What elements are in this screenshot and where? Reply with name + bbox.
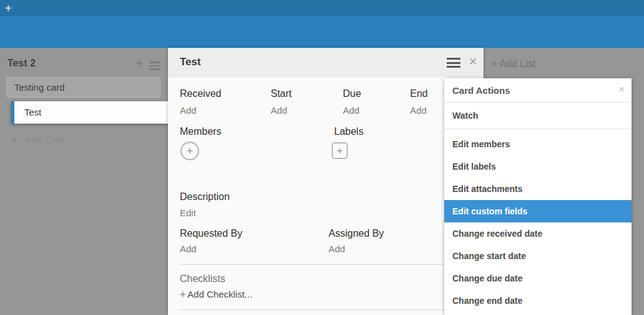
start-field: Start Add	[271, 88, 292, 116]
menu-item-change-end-date[interactable]: Change end date	[444, 290, 632, 312]
end-field: End Add	[410, 88, 427, 116]
due-field: Due Add	[343, 88, 361, 116]
list-menu-icon[interactable]	[149, 62, 160, 72]
menu-item-change-start-date[interactable]: Change start date	[444, 245, 632, 267]
card-modal-title: Test	[180, 56, 201, 68]
board-header-bar	[0, 16, 644, 48]
card-testing-card[interactable]: Testing card	[6, 77, 161, 98]
plus-icon: +	[491, 58, 497, 70]
plus-icon: +	[337, 145, 343, 157]
add-checklist-label: Add Checklist...	[187, 289, 252, 299]
end-label: End	[410, 88, 427, 99]
menu-item-change-due-date[interactable]: Change due date	[444, 267, 632, 290]
requested-by-add-link[interactable]: Add	[180, 244, 197, 254]
menu-item-group: Edit members Edit labels Edit attachment…	[444, 129, 632, 312]
received-label: Received	[180, 88, 222, 99]
card-detail-modal: Test ✕ Received Add Start Add Due Add En…	[168, 48, 483, 315]
end-add-link[interactable]: Add	[410, 105, 427, 116]
assigned-by-add-link[interactable]: Add	[329, 244, 345, 254]
list-title: Test 2	[7, 58, 35, 69]
divider	[180, 309, 478, 310]
add-list-button[interactable]: +Add List	[491, 58, 536, 70]
plus-icon: +	[180, 289, 185, 299]
plus-icon: +	[11, 134, 17, 145]
add-checklist-button[interactable]: +Add Checklist...	[180, 289, 253, 300]
menu-title: Card Actions	[452, 85, 510, 96]
start-label: Start	[271, 88, 292, 99]
start-add-link[interactable]: Add	[271, 105, 292, 116]
received-add-link[interactable]: Add	[180, 105, 222, 116]
close-icon[interactable]: ✕	[469, 55, 477, 68]
card-actions-menu: Card Actions ✕ Watch Edit members Edit l…	[444, 78, 632, 315]
plus-icon: +	[187, 145, 194, 158]
labels-label: Labels	[334, 126, 363, 137]
due-add-link[interactable]: Add	[343, 105, 361, 116]
members-label: Members	[180, 126, 222, 137]
card-test[interactable]: Test	[11, 101, 168, 124]
card-title: Test	[24, 107, 42, 117]
add-card-label: Add Card	[26, 134, 65, 145]
menu-header: Card Actions ✕	[444, 78, 632, 103]
add-card-button[interactable]: +Add Card	[11, 134, 65, 146]
add-list-label: Add List	[500, 58, 536, 69]
add-icon[interactable]: +	[5, 1, 12, 16]
assigned-by-label: Assigned By	[329, 228, 384, 239]
modal-body: Received Add Start Add Due Add End Add M…	[168, 77, 483, 315]
requested-by-label: Requested By	[180, 228, 243, 239]
app-screen: + Test 2 + Testing card Test +Add Card +…	[0, 0, 644, 315]
menu-item-edit-custom-fields[interactable]: Edit custom fields	[444, 200, 632, 222]
add-member-button[interactable]: +	[180, 142, 199, 160]
checklists-label: Checklists	[180, 273, 225, 285]
menu-item-edit-members[interactable]: Edit members	[444, 133, 632, 155]
modal-header: Test ✕	[168, 48, 483, 77]
due-label: Due	[343, 88, 361, 99]
card-title: Testing card	[14, 82, 65, 93]
divider	[180, 264, 478, 265]
top-navbar: +	[0, 0, 644, 16]
list-add-icon[interactable]: +	[136, 57, 142, 70]
menu-item-edit-attachments[interactable]: Edit attachments	[444, 178, 632, 200]
close-icon[interactable]: ✕	[618, 85, 625, 94]
menu-item-change-received-date[interactable]: Change received date	[444, 222, 632, 245]
menu-item-watch[interactable]: Watch	[444, 103, 632, 129]
description-edit-link[interactable]: Edit	[180, 208, 196, 218]
description-label: Description	[180, 191, 230, 203]
received-field: Received Add	[180, 88, 222, 116]
card-actions-menu-icon[interactable]	[447, 58, 460, 70]
menu-item-edit-labels[interactable]: Edit labels	[444, 155, 632, 178]
add-label-button[interactable]: +	[332, 142, 348, 159]
